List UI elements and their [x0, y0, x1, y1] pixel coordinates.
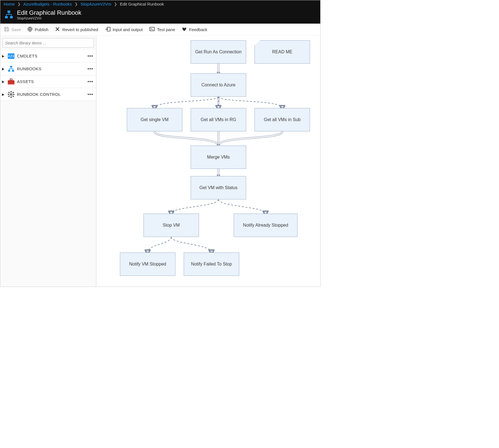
node-get-all-vms-rg[interactable]: Get all VMs in RG: [191, 108, 246, 131]
svg-rect-2: [10, 16, 13, 18]
app-root: Home ❯ AzureBudgets - Runbooks ❯ StopAzu…: [0, 0, 321, 287]
publish-button[interactable]: Publish: [27, 27, 48, 32]
node-notify-failed-to-stop[interactable]: Notify Failed To Stop: [184, 252, 239, 276]
svg-rect-9: [12, 70, 14, 72]
test-pane-icon: [149, 27, 155, 32]
chevron-right-icon: ❯: [17, 2, 21, 6]
sidebar-item-assets[interactable]: ▶ ASSETS •••: [0, 75, 96, 88]
revert-button[interactable]: Revert to published: [55, 27, 98, 32]
page-header: Edit Graphical Runbook StopAzureV2Vm: [0, 7, 320, 24]
svg-rect-12: [8, 82, 14, 82]
revert-label: Revert to published: [62, 27, 98, 32]
node-get-vm-with-status[interactable]: Get VM with Status: [191, 176, 246, 199]
title-block: Edit Graphical Runbook StopAzureV2Vm: [17, 9, 81, 20]
chevron-right-icon: ▶: [2, 54, 5, 58]
node-connect-to-azure[interactable]: Connect to Azure: [191, 73, 246, 97]
svg-rect-11: [10, 79, 12, 80]
node-get-run-as-connection[interactable]: Get Run As Connection: [191, 40, 246, 64]
svg-rect-18: [8, 92, 10, 93]
chevron-right-icon: ▶: [2, 92, 5, 96]
search-wrap: [0, 36, 96, 50]
more-icon[interactable]: •••: [87, 53, 93, 59]
svg-rect-21: [12, 92, 14, 93]
svg-rect-7: [10, 66, 12, 67]
graphical-canvas[interactable]: Get Run As Connection READ ME Connect to…: [96, 36, 320, 287]
svg-point-22: [11, 94, 12, 95]
sidebar-item-label: CMDLETS: [17, 54, 85, 58]
gear-icon: [7, 91, 15, 98]
svg-rect-20: [8, 95, 10, 97]
breadcrumb-account[interactable]: AzureBudgets - Runbooks: [23, 2, 72, 6]
page-subtitle: StopAzureV2Vm: [17, 16, 81, 20]
node-readme[interactable]: READ ME: [254, 40, 310, 64]
node-notify-vm-stopped[interactable]: Notify VM Stopped: [120, 252, 175, 276]
node-merge-vms[interactable]: Merge VMs: [191, 146, 246, 169]
heart-icon: [182, 27, 187, 32]
more-icon[interactable]: •••: [87, 66, 93, 72]
svg-rect-5: [150, 27, 155, 31]
node-stop-vm[interactable]: Stop VM: [143, 214, 199, 237]
breadcrumb-current: Edit Graphical Runbook: [120, 2, 164, 6]
assets-icon: [7, 78, 15, 85]
node-get-single-vm[interactable]: Get single VM: [127, 108, 182, 131]
chevron-right-icon: ❯: [75, 2, 78, 6]
breadcrumb-home[interactable]: Home: [4, 2, 15, 6]
test-pane-button[interactable]: Test pane: [149, 27, 175, 32]
sidebar-item-label: RUNBOOKS: [17, 66, 85, 71]
feedback-button[interactable]: Feedback: [182, 27, 207, 32]
close-icon: [55, 27, 60, 32]
node-notify-already-stopped[interactable]: Notify Already Stopped: [234, 214, 298, 237]
input-output-label: Input and output: [113, 27, 143, 32]
breadcrumb-runbook[interactable]: StopAzureV2Vm: [80, 2, 111, 6]
cmdlets-icon: [7, 52, 15, 60]
chevron-right-icon: ▶: [2, 67, 5, 71]
svg-rect-14: [11, 91, 12, 92]
sidebar-item-runbook-control[interactable]: ▶ RUNBOOK CONTROL •••: [0, 88, 96, 101]
save-button: Save: [4, 27, 21, 32]
svg-rect-1: [5, 16, 8, 18]
svg-rect-19: [12, 95, 14, 97]
search-input[interactable]: [2, 38, 94, 47]
svg-rect-15: [11, 96, 12, 98]
globe-icon: [27, 27, 32, 32]
svg-rect-8: [8, 70, 10, 72]
toolbar: Save Publish Revert to published Input a…: [0, 24, 320, 36]
save-label: Save: [11, 27, 21, 32]
chevron-right-icon: ❯: [114, 2, 117, 6]
svg-rect-16: [8, 94, 9, 95]
node-get-all-vms-sub[interactable]: Get all VMs in Sub: [254, 108, 310, 131]
runbooks-icon: [7, 65, 15, 72]
body: ▶ CMDLETS ••• ▶ RUNBOOKS ••• ▶: [0, 36, 320, 287]
page-title: Edit Graphical Runbook: [17, 9, 81, 16]
input-output-button[interactable]: Input and output: [105, 27, 143, 32]
svg-rect-0: [7, 11, 10, 13]
chevron-right-icon: ▶: [2, 80, 5, 84]
save-icon: [4, 27, 9, 32]
runbook-icon: [4, 10, 14, 19]
sidebar-item-label: RUNBOOK CONTROL: [17, 92, 85, 97]
svg-rect-17: [13, 94, 14, 95]
sidebar-item-runbooks[interactable]: ▶ RUNBOOKS •••: [0, 62, 96, 75]
svg-rect-10: [8, 80, 14, 84]
more-icon[interactable]: •••: [87, 79, 93, 84]
more-icon[interactable]: •••: [87, 92, 93, 97]
publish-label: Publish: [35, 27, 48, 32]
breadcrumb: Home ❯ AzureBudgets - Runbooks ❯ StopAzu…: [0, 0, 320, 7]
test-pane-label: Test pane: [157, 27, 175, 32]
library-sidebar: ▶ CMDLETS ••• ▶ RUNBOOKS ••• ▶: [0, 36, 96, 287]
sidebar-item-label: ASSETS: [17, 79, 85, 84]
feedback-label: Feedback: [189, 27, 207, 32]
sidebar-item-cmdlets[interactable]: ▶ CMDLETS •••: [0, 50, 96, 62]
input-output-icon: [105, 27, 110, 32]
